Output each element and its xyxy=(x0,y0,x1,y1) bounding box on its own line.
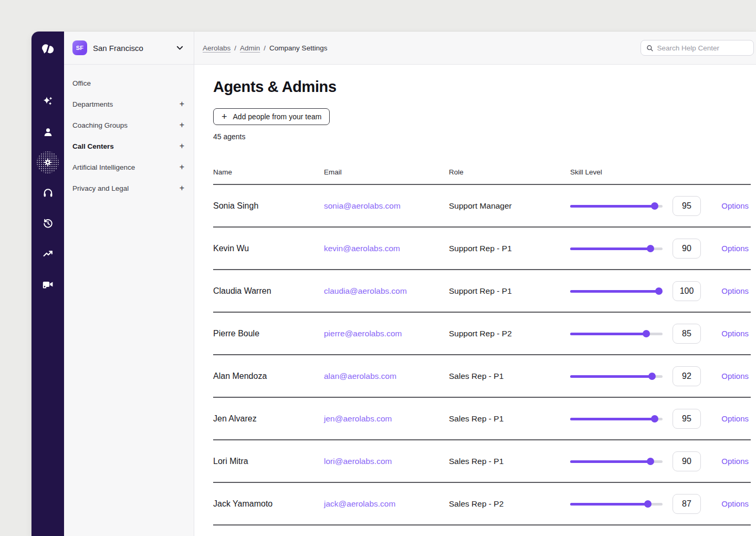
agent-table-row: Jen Alvarez jen@aerolabs.com Sales Rep -… xyxy=(213,398,751,440)
skill-slider[interactable] xyxy=(570,373,663,380)
column-header-skill-level: Skill Level xyxy=(570,168,751,176)
agent-email-link[interactable]: alan@aerolabs.com xyxy=(324,372,449,381)
agents-count: 45 agents xyxy=(213,132,751,141)
slider-fill xyxy=(570,248,650,250)
skill-value-input[interactable] xyxy=(673,409,701,429)
slider-thumb[interactable] xyxy=(651,202,658,210)
agent-role: Support Manager xyxy=(449,201,570,211)
sidebar-item-label: Departments xyxy=(72,100,113,108)
skill-value-input[interactable] xyxy=(673,281,701,301)
agent-name: Lori Mitra xyxy=(213,457,324,466)
expand-plus-icon[interactable]: + xyxy=(180,163,184,171)
sidebar-item-office[interactable]: Office xyxy=(64,73,194,94)
sidebar-item-coaching-groups[interactable]: Coaching Groups + xyxy=(64,115,194,136)
expand-plus-icon[interactable]: + xyxy=(180,142,184,150)
skill-value-input[interactable] xyxy=(673,196,701,216)
skill-value-input[interactable] xyxy=(673,366,701,386)
ai-sparkles-icon[interactable] xyxy=(37,90,59,112)
skill-slider[interactable] xyxy=(570,330,663,337)
slider-thumb[interactable] xyxy=(643,330,650,337)
sidebar-item-departments[interactable]: Departments + xyxy=(64,94,194,115)
agent-role: Support Rep - P1 xyxy=(449,244,570,253)
sidebar-item-call-centers[interactable]: Call Centers + xyxy=(64,136,194,157)
sidebar-item-label: Call Centers xyxy=(72,142,114,150)
app-window: SF San Francisco Office Departments + Co… xyxy=(32,32,756,536)
skill-slider[interactable] xyxy=(570,415,663,422)
contacts-person-icon[interactable] xyxy=(37,121,59,143)
skill-value-input[interactable] xyxy=(673,324,701,344)
slider-thumb[interactable] xyxy=(647,245,654,252)
options-link[interactable]: Options xyxy=(721,414,751,423)
agent-email-link[interactable]: sonia@aerolabs.com xyxy=(324,201,449,211)
skill-slider[interactable] xyxy=(570,202,663,210)
skill-slider[interactable] xyxy=(570,500,663,508)
agent-email-link[interactable]: pierre@aerolabs.com xyxy=(324,329,449,338)
slider-track xyxy=(570,290,663,293)
sidebar-item-label: Privacy and Legal xyxy=(72,184,129,192)
rail-icon-list xyxy=(37,90,59,295)
add-people-button[interactable]: + Add people from your team xyxy=(213,108,330,125)
slider-fill xyxy=(570,290,659,293)
help-search-box[interactable] xyxy=(640,40,754,56)
settings-gear-icon[interactable] xyxy=(37,151,59,173)
slider-thumb[interactable] xyxy=(655,287,663,295)
workspace-switcher[interactable]: SF San Francisco xyxy=(64,32,194,65)
breadcrumb-admin[interactable]: Admin xyxy=(240,44,260,52)
workspace-name: San Francisco xyxy=(93,44,143,53)
slider-thumb[interactable] xyxy=(648,373,656,380)
search-input[interactable] xyxy=(657,44,748,52)
agent-email-link[interactable]: kevin@aerolabs.com xyxy=(324,244,449,253)
agent-name: Jen Alvarez xyxy=(213,414,324,424)
support-headset-icon[interactable] xyxy=(37,182,59,204)
slider-track xyxy=(570,205,663,208)
slider-fill xyxy=(570,460,650,463)
skill-slider[interactable] xyxy=(570,245,663,252)
options-link[interactable]: Options xyxy=(721,329,751,338)
settings-sidebar: SF San Francisco Office Departments + Co… xyxy=(64,32,194,536)
skill-value-input[interactable] xyxy=(673,239,701,259)
agent-role: Sales Rep - P2 xyxy=(449,499,570,509)
options-link[interactable]: Options xyxy=(721,499,751,508)
expand-plus-icon[interactable]: + xyxy=(180,121,184,129)
breadcrumb-aerolabs[interactable]: Aerolabs xyxy=(203,44,230,52)
agent-table-row: Kevin Wu kevin@aerolabs.com Support Rep … xyxy=(213,228,751,270)
breadcrumb-company-settings: Company Settings xyxy=(269,44,327,52)
analytics-trend-icon[interactable] xyxy=(37,243,59,265)
slider-thumb[interactable] xyxy=(644,500,652,508)
history-clock-icon[interactable] xyxy=(37,212,59,234)
agent-email-link[interactable]: jen@aerolabs.com xyxy=(324,414,449,424)
agent-name: Alan Mendoza xyxy=(213,372,324,381)
slider-fill xyxy=(570,418,655,420)
agent-role: Sales Rep - P1 xyxy=(449,457,570,466)
options-link[interactable]: Options xyxy=(721,372,751,380)
skill-slider[interactable] xyxy=(570,458,663,465)
agent-email-link[interactable]: claudia@aerolabs.com xyxy=(324,286,449,296)
skill-slider[interactable] xyxy=(570,287,663,295)
agent-role: Support Rep - P2 xyxy=(449,329,570,338)
expand-plus-icon[interactable]: + xyxy=(180,100,184,108)
breadcrumb-separator: / xyxy=(264,44,266,52)
sidebar-item-privacy-and-legal[interactable]: Privacy and Legal + xyxy=(64,178,194,199)
agent-name: Pierre Boule xyxy=(213,329,324,338)
options-link[interactable]: Options xyxy=(721,244,751,253)
plus-icon: + xyxy=(222,112,227,121)
skill-value-input[interactable] xyxy=(673,451,701,471)
dialpad-logo-icon[interactable] xyxy=(39,40,57,58)
meetings-video-icon[interactable] xyxy=(37,273,59,295)
expand-plus-icon[interactable]: + xyxy=(180,184,184,192)
agent-email-link[interactable]: lori@aerolabs.com xyxy=(324,457,449,466)
page-background: SF San Francisco Office Departments + Co… xyxy=(0,0,756,536)
slider-thumb[interactable] xyxy=(651,415,658,422)
slider-thumb[interactable] xyxy=(647,458,654,465)
options-link[interactable]: Options xyxy=(721,201,751,210)
agent-role: Sales Rep - P1 xyxy=(449,372,570,381)
skill-cell: Options xyxy=(570,324,751,344)
options-link[interactable]: Options xyxy=(721,457,751,466)
options-link[interactable]: Options xyxy=(721,286,751,295)
skill-value-input[interactable] xyxy=(673,494,701,514)
skill-cell: Options xyxy=(570,196,751,216)
agent-email-link[interactable]: jack@aerolabs.com xyxy=(324,499,449,509)
agents-table: Name Email Role Skill Level Sonia Singh … xyxy=(213,168,751,525)
slider-fill xyxy=(570,205,655,208)
sidebar-item-artificial-intelligence[interactable]: Artificial Intelligence + xyxy=(64,157,194,178)
